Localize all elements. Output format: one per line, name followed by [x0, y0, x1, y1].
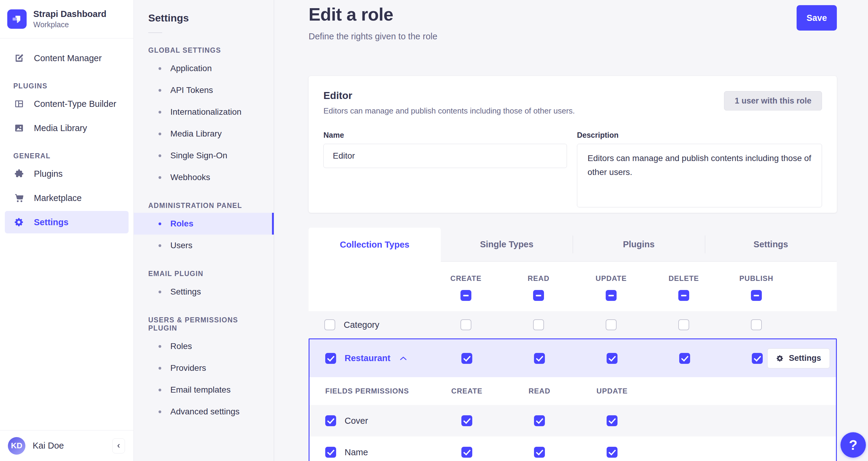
restaurant-publish-checkbox[interactable]: [752, 353, 763, 364]
restaurant-create-checkbox[interactable]: [461, 353, 472, 364]
subnav-item-providers[interactable]: Providers: [134, 357, 274, 379]
column-header-label: UPDATE: [596, 274, 627, 283]
row-checkbox[interactable]: [325, 447, 336, 458]
bullet-dot: [158, 89, 161, 92]
brand-header[interactable]: Strapi Dashboard Workplace: [0, 0, 133, 38]
bullet-dot: [158, 291, 161, 293]
restaurant-read-checkbox[interactable]: [534, 353, 545, 364]
select-all-read-checkbox[interactable]: [533, 290, 544, 301]
select-all-update-checkbox[interactable]: [606, 290, 617, 301]
subnav-item-media-library[interactable]: Media Library: [134, 123, 274, 145]
description-textarea[interactable]: Editors can manage and publish contents …: [577, 144, 822, 207]
brand-subtitle: Workplace: [33, 20, 106, 29]
role-card-heading: Editor Editors can manage and publish co…: [323, 90, 575, 116]
subnav-item-label: Internationalization: [170, 107, 242, 117]
subnav-item-webhooks[interactable]: Webhooks: [134, 167, 274, 188]
role-title: Editor: [323, 90, 575, 102]
sidebar-item-marketplace[interactable]: Marketplace: [5, 187, 129, 209]
restaurant-delete-checkbox[interactable]: [679, 353, 690, 364]
sidebar-footer: KD Kai Doe: [0, 430, 133, 461]
chevron-up-icon[interactable]: [400, 356, 407, 361]
row-label: Name: [345, 448, 368, 457]
subnav-item-internationalization[interactable]: Internationalization: [134, 101, 274, 123]
restaurant-update-checkbox[interactable]: [607, 353, 618, 364]
subnav-section-administration-panel: ADMINISTRATION PANEL: [134, 202, 274, 210]
subnav-item-application[interactable]: Application: [134, 58, 274, 79]
category-update-checkbox[interactable]: [606, 319, 617, 330]
subnav-item-label: Single Sign-On: [170, 151, 227, 161]
page-header: Edit a role Define the rights given to t…: [309, 4, 837, 41]
sidebar-item-content-manager[interactable]: Content Manager: [5, 47, 129, 69]
bullet-dot: [158, 244, 161, 247]
subnav-item-email-settings[interactable]: Settings: [134, 281, 274, 303]
subnav-item-roles[interactable]: Roles: [134, 213, 274, 235]
subnav-item-api-tokens[interactable]: API Tokens: [134, 79, 274, 101]
sidebar-item-label: Plugins: [34, 169, 63, 179]
sidebar-nav: Content Manager PLUGINS Content-Type Bui…: [0, 38, 133, 233]
subnav-item-advanced-settings[interactable]: Advanced settings: [134, 401, 274, 423]
subnav-item-label: Media Library: [170, 129, 222, 139]
category-create-checkbox[interactable]: [461, 319, 471, 330]
row-label[interactable]: Restaurant: [345, 353, 391, 363]
tab-collection-types[interactable]: Collection Types: [309, 228, 441, 262]
bullet-dot: [158, 367, 161, 370]
collapse-sidebar-button[interactable]: [112, 438, 125, 454]
column-header-label: READ: [503, 387, 576, 395]
bullet-dot: [158, 154, 161, 157]
column-header-label: READ: [528, 274, 550, 283]
bullet-dot: [158, 345, 161, 348]
row-checkbox[interactable]: [324, 319, 335, 330]
category-publish-checkbox[interactable]: [751, 319, 762, 330]
user-name: Kai Doe: [33, 441, 64, 451]
users-with-role-button[interactable]: 1 user with this role: [724, 91, 822, 111]
tab-plugins[interactable]: Plugins: [573, 228, 705, 262]
tab-settings[interactable]: Settings: [705, 228, 837, 262]
category-delete-checkbox[interactable]: [678, 319, 689, 330]
row-label[interactable]: Category: [344, 320, 379, 330]
select-all-create-checkbox[interactable]: [461, 290, 471, 301]
category-read-checkbox[interactable]: [533, 319, 544, 330]
divider: [148, 32, 162, 33]
subnav-item-label: Application: [170, 63, 212, 73]
avatar[interactable]: KD: [8, 437, 25, 455]
app-root: Strapi Dashboard Workplace Content Manag…: [0, 0, 868, 461]
name-input[interactable]: [323, 144, 567, 168]
column-update: UPDATE: [575, 274, 647, 301]
row-checkbox[interactable]: [325, 415, 336, 426]
help-button[interactable]: ?: [840, 432, 866, 458]
sidebar-item-plugins[interactable]: Plugins: [5, 163, 129, 185]
cover-update-checkbox[interactable]: [607, 415, 618, 426]
restaurant-settings-button[interactable]: Settings: [767, 348, 830, 368]
save-button[interactable]: Save: [797, 5, 837, 31]
fields-permissions-header: FIELDS PERMISSIONS CREATE READ UPDATE: [310, 377, 836, 405]
name-update-checkbox[interactable]: [607, 447, 618, 458]
table-row-category: Category: [309, 311, 837, 338]
column-header-label: DELETE: [669, 274, 699, 283]
subnav-item-label: Roles: [170, 341, 192, 351]
sidebar-item-settings[interactable]: Settings: [5, 211, 129, 233]
subnav-item-email-templates[interactable]: Email templates: [134, 379, 274, 401]
row-label: Cover: [345, 416, 368, 426]
cover-read-checkbox[interactable]: [534, 415, 545, 426]
subnav-item-up-roles[interactable]: Roles: [134, 336, 274, 357]
sidebar-item-content-type-builder[interactable]: Content-Type Builder: [5, 93, 129, 115]
sidebar-item-label: Content-Type Builder: [34, 99, 116, 109]
select-all-delete-checkbox[interactable]: [678, 290, 689, 301]
table-row-restaurant: Restaurant: [310, 339, 836, 377]
edit-icon: [13, 52, 25, 64]
select-all-publish-checkbox[interactable]: [751, 290, 762, 301]
cover-create-checkbox[interactable]: [461, 415, 472, 426]
tab-single-types[interactable]: Single Types: [441, 228, 573, 262]
name-read-checkbox[interactable]: [534, 447, 545, 458]
fields-permissions-label: FIELDS PERMISSIONS: [310, 387, 431, 395]
row-label-cell: Restaurant: [310, 353, 431, 364]
subnav-item-users[interactable]: Users: [134, 235, 274, 256]
subnav-item-label: Providers: [170, 363, 206, 373]
field-row-name: Name: [310, 436, 836, 461]
sidebar-item-media-library[interactable]: Media Library: [5, 117, 129, 139]
bullet-dot: [158, 223, 161, 225]
subnav-item-single-sign-on[interactable]: Single Sign-On: [134, 145, 274, 167]
column-header-label: CREATE: [451, 274, 482, 283]
name-create-checkbox[interactable]: [461, 447, 472, 458]
row-checkbox[interactable]: [325, 353, 336, 364]
